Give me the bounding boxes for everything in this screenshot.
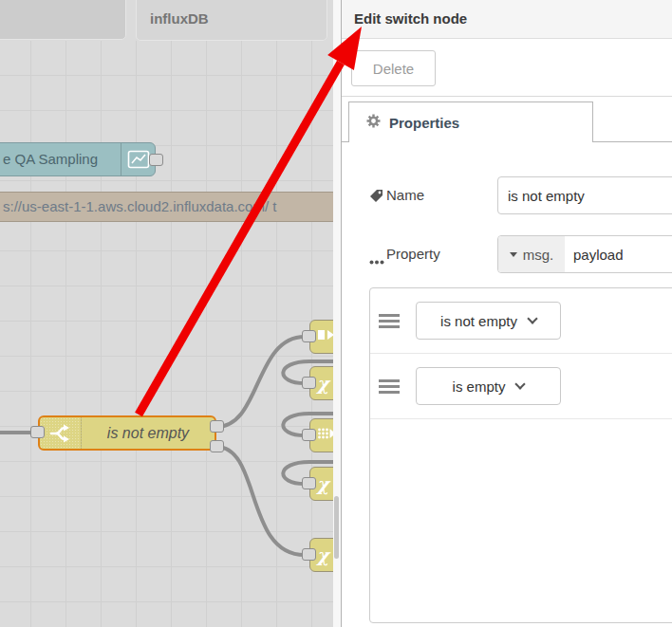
tab-properties-label: Properties xyxy=(389,115,459,131)
join-icon xyxy=(317,327,334,346)
input-port[interactable] xyxy=(302,429,316,441)
input-port[interactable] xyxy=(302,477,316,489)
flow-node-chi-2[interactable]: χ xyxy=(309,467,334,501)
drag-handle-icon[interactable] xyxy=(379,314,400,328)
tabstrip-border xyxy=(593,141,672,142)
http-node-label: s://us-east-1-1.aws.cloud2.influxdata.co… xyxy=(3,193,276,221)
flow-canvas[interactable]: influxDB e QA Sampling xyxy=(0,0,334,627)
rule-row-1: is not empty xyxy=(370,288,672,354)
split-icon xyxy=(317,426,334,445)
switch-icon xyxy=(40,417,82,449)
name-input[interactable] xyxy=(497,176,672,214)
chart-node-label: e QA Sampling xyxy=(3,143,98,175)
flow-wires xyxy=(0,0,334,627)
panel-toolbar: Delete xyxy=(342,39,672,97)
panel-tabstrip: Properties xyxy=(342,97,672,142)
output-port[interactable] xyxy=(149,154,163,166)
chi-icon: χ xyxy=(317,546,329,564)
property-input[interactable]: msg. payload xyxy=(497,235,672,273)
input-port[interactable] xyxy=(302,330,316,342)
input-port[interactable] xyxy=(302,377,316,389)
name-field-row: Name xyxy=(342,176,672,214)
property-type-label: msg. xyxy=(523,247,554,263)
drag-handle-icon[interactable] xyxy=(379,379,400,394)
rule-2-operator-select[interactable]: is empty xyxy=(416,367,561,405)
output-port-2[interactable] xyxy=(210,440,224,452)
tab-properties[interactable]: Properties xyxy=(348,101,593,142)
property-field-row: Property msg. payload xyxy=(342,235,672,273)
output-port-1[interactable] xyxy=(210,420,224,433)
rules-container: is not empty is empty xyxy=(369,287,672,623)
tag-icon xyxy=(369,189,383,207)
switch-node-selected[interactable]: is not empty xyxy=(38,415,216,451)
ellipsis-icon xyxy=(369,251,384,268)
rule-1-operator-label: is not empty xyxy=(440,313,517,329)
delete-button[interactable]: Delete xyxy=(351,50,436,86)
flow-node-chi-3[interactable]: χ xyxy=(309,538,334,572)
rule-row-2: is empty xyxy=(370,354,672,419)
canvas-vertical-scrollbar[interactable] xyxy=(333,0,341,627)
switch-node-label: is not empty xyxy=(82,417,215,449)
input-port[interactable] xyxy=(30,426,45,438)
chi-icon: χ xyxy=(317,375,329,393)
tabstrip-border xyxy=(342,141,348,142)
name-label: Name xyxy=(386,176,424,214)
chart-node[interactable]: e QA Sampling xyxy=(0,142,156,176)
scrollbar-thumb[interactable] xyxy=(334,496,339,559)
dropdown-caret-icon xyxy=(510,252,517,257)
property-value[interactable]: payload xyxy=(565,236,672,272)
chevron-down-icon xyxy=(515,378,526,389)
node-red-editor: influxDB e QA Sampling xyxy=(0,0,672,627)
chevron-down-icon xyxy=(527,313,537,323)
http-request-node[interactable]: s://us-east-1-1.aws.cloud2.influxdata.co… xyxy=(0,192,334,222)
panel-title: Edit switch node xyxy=(342,0,672,39)
flow-node-split[interactable] xyxy=(309,418,334,452)
input-port[interactable] xyxy=(302,548,316,561)
flow-node-join[interactable] xyxy=(309,320,334,354)
property-label: Property xyxy=(386,235,440,273)
chi-icon: χ xyxy=(317,475,329,493)
edit-switch-node-panel: Edit switch node Delete Properties xyxy=(341,0,672,627)
rule-1-operator-select[interactable]: is not empty xyxy=(416,302,561,340)
rule-2-operator-label: is empty xyxy=(453,378,506,395)
property-type-dropdown[interactable]: msg. xyxy=(498,236,565,272)
gear-icon xyxy=(366,114,381,131)
flow-node-chi-1[interactable]: χ xyxy=(309,366,334,400)
